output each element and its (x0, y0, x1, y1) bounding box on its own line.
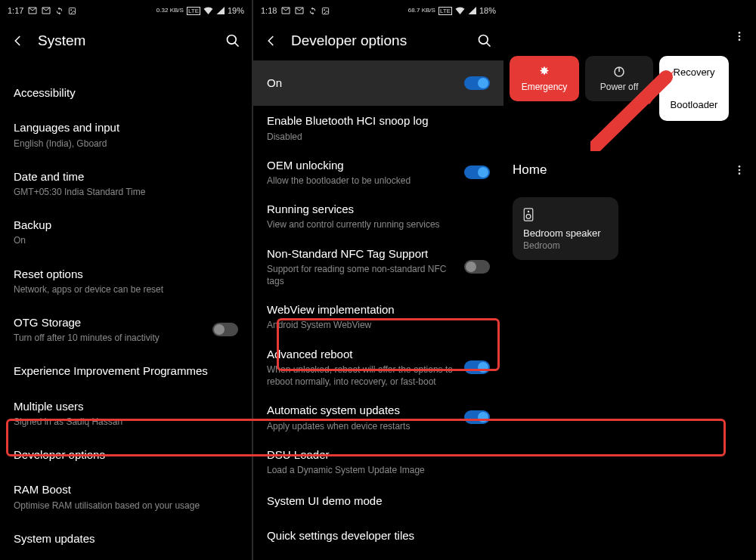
svg-point-8 (739, 39, 741, 41)
signal-icon (468, 7, 476, 14)
item-system-updates[interactable]: System updates (0, 521, 252, 556)
reboot-recovery[interactable]: Recovery (659, 56, 729, 88)
svg-rect-3 (323, 8, 329, 14)
developer-options-screen: 1:18 68.7 KB/S LTE 18% Developer options… (252, 0, 503, 560)
item-dev-on[interactable]: On (253, 60, 503, 106)
item-backup[interactable]: BackupOn (0, 208, 252, 256)
emergency-button[interactable]: Emergency (510, 56, 579, 101)
power-off-button[interactable]: Power off (585, 56, 653, 101)
wifi-icon (455, 7, 465, 14)
settings-list: Accessibility Languages and inputEnglish… (0, 60, 252, 556)
power-menu-screen: Emergency Power off Recovery Bootloader … (503, 0, 756, 560)
signal-icon (216, 7, 225, 14)
back-icon[interactable] (264, 33, 279, 48)
wifi-icon (203, 7, 213, 14)
reboot-menu: Recovery Bootloader (659, 56, 729, 121)
search-icon[interactable] (225, 32, 241, 49)
image-icon (68, 7, 76, 15)
item-qs-dev-tiles[interactable]: Quick settings developer tiles (253, 518, 503, 553)
item-developer-options[interactable]: Developer options (0, 438, 252, 472)
item-ui-demo[interactable]: System UI demo mode (253, 484, 503, 518)
oem-toggle[interactable] (464, 166, 490, 179)
medical-icon (538, 65, 551, 79)
status-time: 1:18 (261, 6, 277, 15)
gmail-icon (295, 7, 304, 14)
item-multiple-users[interactable]: Multiple usersSigned in as Sadiq Hassan (0, 389, 252, 438)
svg-point-4 (324, 9, 326, 11)
sync-icon (55, 7, 64, 15)
status-bar: 1:17 0.32 KB/S LTE 19% (0, 0, 252, 21)
back-icon[interactable] (11, 33, 26, 48)
svg-point-1 (71, 9, 73, 11)
battery-text: 19% (228, 6, 244, 15)
power-icon (612, 65, 626, 79)
svg-rect-0 (70, 8, 76, 14)
home-header: Home (513, 162, 747, 178)
kebab-icon[interactable] (732, 29, 747, 44)
svg-point-6 (739, 32, 741, 34)
svg-point-5 (479, 36, 488, 45)
card-sub: Bedroom (523, 240, 608, 251)
item-bt-snoop[interactable]: Enable Bluetooth HCI snoop logDisabled (253, 106, 503, 150)
dev-on-toggle[interactable] (464, 76, 490, 90)
item-dsu[interactable]: DSU LoaderLoad a Dynamic System Update I… (253, 440, 503, 484)
item-languages[interactable]: Languages and inputEnglish (India), Gboa… (0, 110, 252, 159)
net-speed: 68.7 KB/S (408, 8, 435, 14)
item-oem-unlock[interactable]: OEM unlockingAllow the bootloader to be … (253, 150, 503, 194)
svg-point-10 (739, 166, 741, 168)
sync-icon (308, 7, 317, 15)
item-advanced-reboot[interactable]: Advanced rebootWhen unlocked, reboot wil… (253, 339, 503, 396)
page-title: System (38, 32, 212, 49)
power-menu: Emergency Power off Recovery Bootloader (510, 56, 729, 121)
item-date-time[interactable]: Date and timeGMT+05:30 India Standard Ti… (0, 159, 252, 208)
svg-point-2 (228, 36, 237, 45)
kebab-icon[interactable] (732, 162, 747, 178)
item-nfc-tag[interactable]: Non-Standard NFC Tag SupportSupport for … (253, 239, 503, 295)
battery-text: 18% (479, 6, 496, 15)
svg-point-7 (739, 36, 741, 38)
speaker-icon (523, 208, 608, 221)
page-title: Developer options (291, 32, 464, 49)
svg-point-14 (528, 211, 529, 212)
gmail-icon (281, 7, 290, 14)
gmail-icon (28, 7, 37, 14)
lte-icon: LTE (187, 7, 200, 15)
image-icon (321, 7, 330, 15)
lte-icon: LTE (438, 7, 452, 15)
item-otg[interactable]: OTG StorageTurn off after 10 minutes of … (0, 305, 252, 354)
auto-upd-toggle[interactable] (464, 410, 490, 424)
svg-point-12 (739, 172, 741, 175)
net-speed: 0.32 KB/S (156, 8, 184, 14)
search-icon[interactable] (476, 32, 493, 49)
item-running-services[interactable]: Running servicesView and control current… (253, 194, 503, 238)
item-auto-updates[interactable]: Automatic system updatesApply updates wh… (253, 395, 503, 439)
svg-point-11 (739, 169, 741, 172)
system-settings-screen: 1:17 0.32 KB/S LTE 19% System Accessibil… (0, 0, 252, 560)
item-experience[interactable]: Experience Improvement Programmes (0, 354, 252, 388)
item-webview[interactable]: WebView implementationAndroid System Web… (253, 295, 503, 339)
item-accessibility[interactable]: Accessibility (0, 76, 252, 110)
status-bar: 1:18 68.7 KB/S LTE 18% (253, 0, 503, 21)
status-time: 1:17 (8, 6, 23, 15)
item-ram-boost[interactable]: RAM BoostOptimise RAM utilisation based … (0, 472, 252, 521)
adv-reboot-toggle[interactable] (464, 360, 490, 374)
dev-options-list: On Enable Bluetooth HCI snoop logDisable… (253, 60, 503, 554)
card-title: Bedroom speaker (523, 227, 608, 239)
nfc-toggle[interactable] (464, 260, 490, 274)
svg-point-15 (526, 215, 531, 219)
app-bar: System (0, 21, 252, 60)
speaker-card[interactable]: Bedroom speaker Bedroom (513, 197, 618, 260)
reboot-bootloader[interactable]: Bootloader (659, 88, 729, 121)
app-bar: Developer options (253, 21, 503, 60)
otg-toggle[interactable] (212, 323, 238, 336)
item-reset[interactable]: Reset optionsNetwork, apps or device can… (0, 257, 252, 305)
gmail-icon (42, 7, 51, 14)
